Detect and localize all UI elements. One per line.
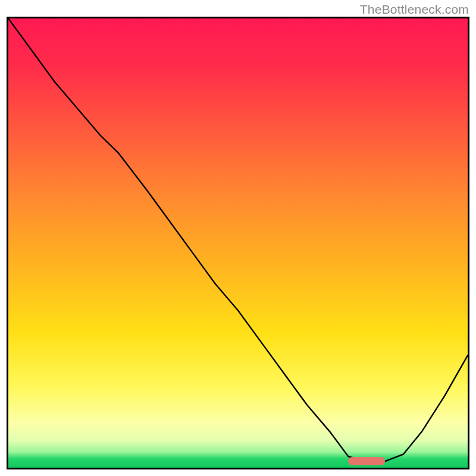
watermark-text: TheBottleneck.com bbox=[360, 2, 469, 17]
curve-path bbox=[8, 18, 468, 461]
stage: TheBottleneck.com bbox=[0, 0, 476, 476]
chart-plot-area bbox=[7, 17, 469, 469]
chart-curve bbox=[8, 18, 468, 468]
chart-marker bbox=[348, 457, 385, 465]
